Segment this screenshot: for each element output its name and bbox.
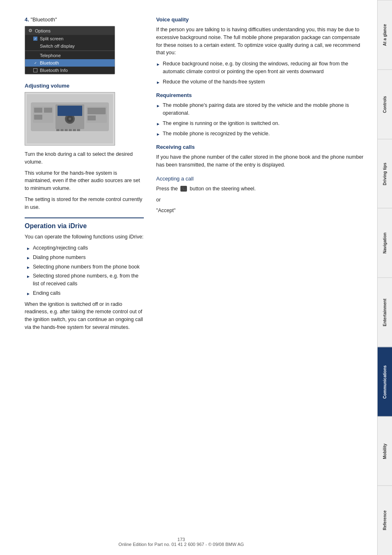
bullet-selecting-stored: ► Selecting stored phone numbers, e.g. f… [25,272,144,288]
receiving-calls-heading: Receiving calls [156,144,365,150]
accepting-call-button-label: button on the steering wheel. [190,186,256,192]
bullet-ending: ► Ending calls [25,289,144,297]
voice-quality-bullets: ► Reduce background noise, e.g. by closi… [156,60,365,86]
sidebar-tab-controls[interactable]: Controls [378,69,392,139]
car-interior-image [25,92,115,146]
svg-rect-18 [88,108,106,114]
bullet-ending-text: Ending calls [33,289,60,297]
adjusting-volume-heading: Adjusting volume [25,83,144,89]
sidebar-tab-at-a-glance[interactable]: At a glance [378,0,392,69]
vq-bullet-2: ► Reduce the volume of the hands-free sy… [156,78,365,86]
option-switch-off-display: Switch off display [25,42,115,50]
svg-point-5 [69,118,71,120]
vq-bullet-2-text: Reduce the volume of the hands-free syst… [163,78,265,86]
operation-intro: You can operate the following functions … [25,233,144,241]
req-bullet-3: ► The mobile phone is recognized by the … [156,130,365,138]
tab-driving-tips-label: Driving tips [383,162,387,185]
step4-section: 4. "Bluetooth" ⚙ Options ✓ Split screen [25,16,144,74]
options-menu-title: Options [35,28,51,33]
voice-quality-heading: Voice quality [156,16,365,23]
svg-rect-12 [77,129,80,131]
left-column: 4. "Bluetooth" ⚙ Options ✓ Split screen [25,16,144,543]
option-telephone: Telephone [25,52,115,59]
req-bullet-2: ► The engine is running or the ignition … [156,120,365,127]
svg-rect-7 [56,129,60,131]
tab-navigation-label: Navigation [383,233,387,254]
vq-arrow-1: ► [156,61,160,67]
bullet-accepting-text: Accepting/rejecting calls [33,244,88,252]
operation-heading: Operation via iDrive [25,222,144,230]
tab-mobility-label: Mobility [383,443,387,459]
bullet-selecting-stored-text: Selecting stored phone numbers, e.g. fro… [33,272,144,288]
option-telephone-label: Telephone [40,53,61,58]
bullet-selecting-phonebook-text: Selecting phone numbers from the phone b… [33,263,140,271]
operation-closing: When the ignition is switched off or in … [25,301,144,331]
option-switch-off-display-label: Switch off display [40,44,75,49]
options-menu: ⚙ Options ✓ Split screen Switch off disp… [25,26,115,74]
svg-rect-11 [73,129,76,131]
option-bluetooth-label: Bluetooth [40,60,59,65]
bullet-arrow-4: ► [26,273,30,280]
req-bullet-2-text: The engine is running or the ignition is… [163,120,279,127]
section-divider [25,217,144,218]
accepting-call-line1: Press the 📞 button on the steering wheel… [156,185,365,193]
tab-reference-label: Reference [383,511,387,530]
req-bullet-1: ► The mobile phone's pairing data are st… [156,102,365,117]
bullet-arrow-3: ► [26,264,30,271]
req-bullet-3-text: The mobile phone is recognized by the ve… [163,130,270,138]
vq-bullet-1: ► Reduce background noise, e.g. by closi… [156,60,365,76]
body-text-2: This volume for the hands-free system is… [25,169,144,192]
svg-rect-10 [69,129,72,131]
accepting-call-text1: Press the [156,186,178,192]
gear-icon: ⚙ [28,28,32,33]
sidebar-tab-reference[interactable]: Reference [378,486,392,555]
body-text-1: Turn the knob during a call to select th… [25,150,144,166]
operation-bullets-list: ► Accepting/rejecting calls ► Dialing ph… [25,244,144,297]
bullet-dialing-text: Dialing phone numbers [33,254,86,261]
tab-at-a-glance-label: At a glance [383,24,387,46]
options-title-bar: ⚙ Options [25,26,115,35]
option-bluetooth-info-label: Bluetooth Info [40,68,68,73]
svg-rect-8 [60,129,64,131]
vq-bullet-1-text: Reduce background noise, e.g. by closing… [163,60,365,76]
car-interior-svg [27,94,113,143]
page-number: 173 [178,537,185,542]
bullet-arrow-5: ► [26,291,30,297]
sidebar-tab-communications[interactable]: Communications [378,347,392,416]
svg-rect-9 [65,129,68,131]
tab-controls-label: Controls [383,96,387,113]
sidebar-tab-driving-tips[interactable]: Driving tips [378,139,392,208]
requirements-bullets: ► The mobile phone's pairing data are st… [156,102,365,137]
bullet-arrow-1: ► [26,245,30,252]
req-arrow-1: ► [156,103,160,109]
sidebar-tab-entertainment[interactable]: Entertainment [378,278,392,347]
accepting-call-text2: "Accept" [156,207,365,215]
accepting-call-or: or [156,196,365,204]
split-screen-checkbox: ✓ [33,37,37,41]
page-footer: 173 Online Edition for Part no. 01 41 2 … [0,537,362,547]
body-text-3: The setting is stored for the remote con… [25,196,144,211]
req-bullet-1-text: The mobile phone's pairing data are stor… [163,102,365,117]
option-bluetooth-info: Bluetooth Info [25,67,115,74]
bullet-selecting-phonebook: ► Selecting phone numbers from the phone… [25,263,144,271]
menu-separator-1 [25,51,115,51]
req-arrow-3: ► [156,131,160,137]
requirements-heading: Requirements [156,92,365,98]
bluetooth-info-square [33,68,37,72]
step4-number: 4. [25,16,29,23]
tab-communications-label: Communications [383,365,387,398]
option-split-screen-label: Split screen [40,36,63,41]
bluetooth-checkbox: ✓ [33,61,37,65]
sidebar-tab-mobility[interactable]: Mobility [378,416,392,486]
req-arrow-2: ► [156,121,160,127]
footer-text: Online Edition for Part no. 01 41 2 600 … [118,542,244,547]
bullet-dialing: ► Dialing phone numbers [25,254,144,261]
option-split-screen: ✓ Split screen [25,35,115,42]
svg-rect-19 [88,116,96,120]
phone-button-icon: 📞 [180,186,187,192]
receiving-calls-text: If you have the phone number of the call… [156,153,365,169]
voice-quality-intro: If the person you are talking to is havi… [156,26,365,57]
bullet-accepting: ► Accepting/rejecting calls [25,244,144,252]
svg-rect-16 [34,115,42,120]
sidebar-tab-navigation[interactable]: Navigation [378,208,392,278]
